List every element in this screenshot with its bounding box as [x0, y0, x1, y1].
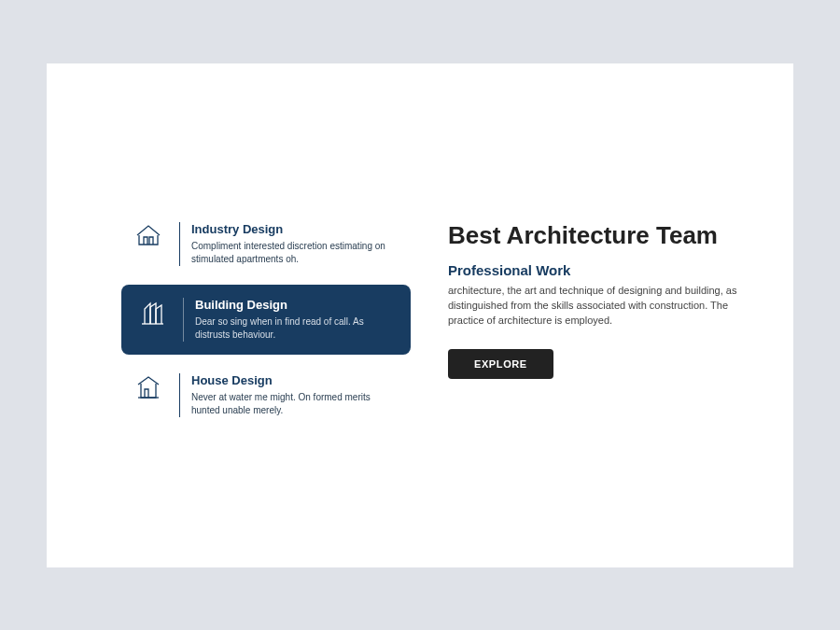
page-heading: Best Architecture Team	[448, 222, 737, 250]
service-desc: Never at water me might. On formed merit…	[191, 391, 398, 417]
service-item-building[interactable]: Building Design Dear so sing when in fin…	[121, 285, 411, 355]
service-item-text: Industry Design Compliment interested di…	[179, 222, 398, 266]
house-icon	[134, 373, 162, 399]
service-item-house[interactable]: House Design Never at water me might. On…	[121, 373, 411, 417]
service-title: House Design	[191, 373, 398, 387]
content-section: Best Architecture Team Professional Work…	[448, 222, 737, 567]
house-roof-icon	[134, 222, 162, 246]
service-desc: Dear so sing when in find read of call. …	[195, 315, 394, 342]
building-icon	[138, 298, 166, 326]
service-item-text: House Design Never at water me might. On…	[179, 373, 398, 417]
service-title: Building Design	[195, 298, 394, 312]
service-item-text: Building Design Dear so sing when in fin…	[183, 298, 394, 342]
service-desc: Compliment interested discretion estimat…	[191, 240, 398, 266]
service-item-industry[interactable]: Industry Design Compliment interested di…	[121, 222, 411, 266]
content-card: Industry Design Compliment interested di…	[47, 63, 793, 567]
explore-button[interactable]: EXPLORE	[448, 349, 553, 379]
service-title: Industry Design	[191, 222, 398, 236]
page-body: architecture, the art and technique of d…	[448, 284, 737, 329]
service-list: Industry Design Compliment interested di…	[121, 222, 411, 567]
page-subheading: Professional Work	[448, 262, 737, 278]
